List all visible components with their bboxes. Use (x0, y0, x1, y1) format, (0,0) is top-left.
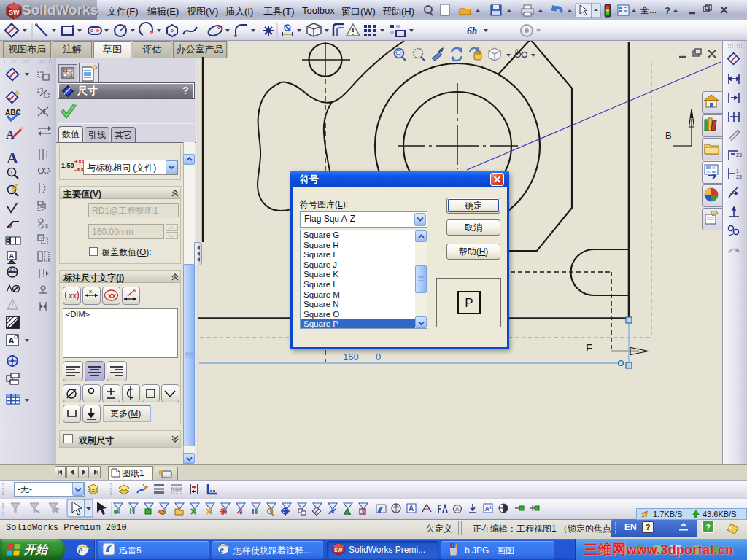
svg-text:6b: 6b (467, 26, 477, 36)
svg-text:A: A (409, 505, 414, 513)
svg-text:?: ? (665, 5, 670, 16)
svg-text:A: A (455, 506, 460, 513)
svg-text:23: 23 (736, 174, 742, 179)
svg-text:xx: xx (108, 292, 117, 300)
svg-text:A: A (6, 128, 15, 141)
svg-text:23: 23 (736, 152, 742, 158)
svg-text:xx: xx (69, 292, 77, 300)
svg-text:x: x (89, 288, 92, 295)
svg-text:1: 1 (736, 168, 739, 174)
svg-text:A: A (9, 252, 15, 260)
svg-text:8: 8 (45, 223, 48, 228)
svg-text:SW: SW (334, 548, 343, 553)
svg-text:x: x (133, 287, 136, 294)
svg-text:A: A (7, 149, 18, 167)
svg-text:6: 6 (515, 47, 519, 54)
svg-text:A¹: A¹ (485, 505, 492, 513)
svg-text:SW: SW (9, 9, 20, 16)
svg-text:B: B (665, 130, 672, 141)
svg-text:全...: 全... (640, 5, 657, 15)
svg-text:A: A (9, 336, 15, 345)
svg-text:0: 0 (376, 351, 381, 362)
svg-text:160: 160 (343, 351, 359, 362)
svg-text:A1: A1 (9, 267, 15, 272)
svg-text:F: F (586, 341, 592, 354)
svg-text:1: 1 (10, 169, 14, 176)
